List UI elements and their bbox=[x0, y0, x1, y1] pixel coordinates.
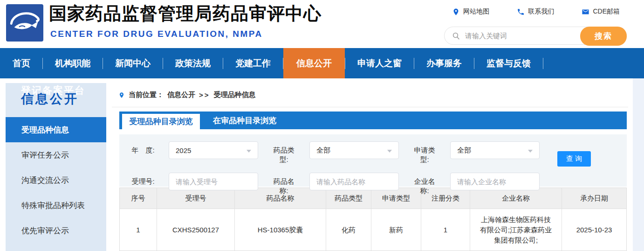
sidebar-menu: 受理品种信息 审评任务公示 沟通交流公示 特殊审批品种列表 优先审评公示 bbox=[6, 117, 106, 243]
filter-input-box bbox=[450, 173, 540, 190]
filter-label: 药品类型: bbox=[270, 141, 297, 164]
cell-company-name: 上海翰森生物医药科技有限公司;江苏豪森药业集团有限公司; bbox=[470, 209, 562, 251]
site-title: 国家药品监督管理局药品审评中心 bbox=[49, 2, 322, 26]
sidebar-header: 登记备案平台 信息公开 bbox=[6, 83, 106, 117]
filter-select[interactable]: 2025 bbox=[169, 141, 258, 159]
site-subtitle: CENTER FOR DRUG EVALUATION, NMPA bbox=[50, 29, 263, 39]
results-table: 序号 受理号 药品名称 药品类型 申请类型 注册分类 企业名称 承办日期 1 C… bbox=[119, 188, 627, 251]
nav-item[interactable]: 政策法规 bbox=[163, 48, 223, 78]
location-pin-icon bbox=[118, 91, 125, 99]
contact-us-link[interactable]: 联系我们 bbox=[517, 7, 554, 16]
cell-acceptance-no: CXHS2500127 bbox=[157, 209, 235, 251]
breadcrumb-section[interactable]: 信息公开 bbox=[167, 91, 195, 99]
table-body: 1 CXHS2500127 HS-10365胶囊 化药 新药 1 上海翰森生物医… bbox=[120, 209, 626, 251]
filter-group: 年 度: 2025 bbox=[130, 141, 258, 164]
tab[interactable]: 受理品种目录浏览 bbox=[122, 114, 200, 129]
filter-group: 申请类型: 全部 bbox=[411, 141, 540, 164]
nav-item-group: 新闻中心 bbox=[103, 48, 163, 78]
cell-seq-no: 1 bbox=[120, 209, 157, 251]
cell-drug-name: HS-10365胶囊 bbox=[235, 209, 326, 251]
sidebar-item[interactable]: 优先审评公示 bbox=[6, 218, 106, 243]
fish-logo-icon bbox=[6, 4, 43, 42]
sidebar-item[interactable]: 受理品种信息 bbox=[6, 117, 106, 142]
nav-item[interactable]: 申请人之窗 bbox=[345, 48, 414, 78]
breadcrumb-prefix: 当前位置： bbox=[129, 91, 164, 99]
nav-item-group: 机构职能 bbox=[43, 48, 103, 78]
search-input[interactable] bbox=[465, 28, 577, 44]
nav-item[interactable]: 监督与反馈 bbox=[474, 48, 543, 78]
breadcrumb-separator: >> bbox=[199, 91, 210, 99]
nav-separator bbox=[543, 58, 543, 69]
cde-mail-label: CDE邮箱 bbox=[593, 7, 620, 16]
header-quick-links: 网站地图 联系我们 CDE邮箱 bbox=[452, 7, 620, 16]
chevron-down-icon bbox=[528, 150, 533, 153]
nav-item-group: 办事服务 bbox=[414, 48, 474, 78]
location-pin-icon bbox=[452, 8, 460, 16]
search-button[interactable]: 搜索 bbox=[580, 27, 627, 46]
nav-item[interactable]: 党建工作 bbox=[223, 48, 283, 78]
page-gutter bbox=[633, 78, 644, 251]
filter-row-selects: 年 度: 2025 药品类型: 全部 申请类型: bbox=[119, 134, 627, 164]
select-value: 全部 bbox=[310, 146, 330, 155]
filter-row-inputs: 受理号: 药品名称: 企业名称: bbox=[119, 173, 627, 195]
chevron-down-icon bbox=[247, 150, 251, 153]
nav-item-group: 党建工作 bbox=[223, 48, 283, 78]
sidebar-title: 信息公开 bbox=[21, 91, 79, 107]
main-nav: 首页 机构职能 新闻中心 政策法规 党建工作 信息公开 申请人之窗 bbox=[0, 48, 644, 78]
search-icon bbox=[452, 32, 460, 40]
cell-application-type: 新药 bbox=[371, 209, 421, 251]
nav-item-group: 申请人之窗 bbox=[345, 48, 414, 78]
filter-label: 受理号: bbox=[130, 173, 157, 195]
nav-item-group: 政策法规 bbox=[163, 48, 223, 78]
cell-acceptance-date: 2025-10-23 bbox=[562, 209, 626, 251]
catalog-tabs: 受理品种目录浏览 在审品种目录浏览 bbox=[119, 112, 627, 129]
filter-group: 药品类型: 全部 bbox=[270, 141, 399, 164]
breadcrumb-current: 受理品种信息 bbox=[214, 91, 256, 99]
nav-item-group: 信息公开 bbox=[283, 48, 345, 78]
nav-item[interactable]: 首页 bbox=[0, 48, 42, 78]
cde-logo bbox=[6, 4, 43, 42]
filter-select[interactable]: 全部 bbox=[450, 141, 540, 159]
filter-panel: 年 度: 2025 药品类型: 全部 申请类型: bbox=[119, 134, 627, 187]
filter-input[interactable] bbox=[451, 173, 539, 190]
filter-input-box bbox=[309, 173, 399, 190]
breadcrumb: 当前位置： 信息公开 >> 受理品种信息 bbox=[112, 83, 628, 107]
nav-item[interactable]: 机构职能 bbox=[43, 48, 103, 78]
sitemap-label: 网站地图 bbox=[463, 7, 489, 16]
cell-drug-type: 化药 bbox=[326, 209, 371, 251]
phone-icon bbox=[517, 8, 525, 16]
table-row[interactable]: 1 CXHS2500127 HS-10365胶囊 化药 新药 1 上海翰森生物医… bbox=[120, 209, 626, 251]
filter-label: 年 度: bbox=[130, 141, 157, 164]
filter-input-box bbox=[169, 173, 258, 190]
site-header: 国家药品监督管理局药品审评中心 CENTER FOR DRUG EVALUATI… bbox=[0, 0, 644, 48]
nav-item[interactable]: 新闻中心 bbox=[103, 48, 163, 78]
filter-select[interactable]: 全部 bbox=[309, 141, 399, 159]
filter-group: 药品名称: bbox=[270, 173, 399, 195]
filter-input[interactable] bbox=[169, 173, 258, 190]
site-search: 搜索 bbox=[444, 27, 627, 45]
filter-label: 药品名称: bbox=[270, 173, 297, 195]
cde-mail-link[interactable]: CDE邮箱 bbox=[582, 7, 620, 16]
chevron-down-icon bbox=[387, 150, 392, 153]
sidebar: 登记备案平台 信息公开 受理品种信息 审评任务公示 沟通交流公示 特殊审批品种列… bbox=[6, 83, 106, 251]
main-content: 当前位置： 信息公开 >> 受理品种信息 受理品种目录浏览 在审品种目录浏览 年… bbox=[112, 83, 628, 251]
filter-group: 受理号: bbox=[130, 173, 258, 195]
filter-label: 申请类型: bbox=[411, 141, 438, 164]
select-value: 2025 bbox=[169, 146, 191, 154]
nav-item-group: 首页 bbox=[0, 48, 43, 78]
query-button[interactable]: 查 询 bbox=[557, 151, 591, 167]
sitemap-link[interactable]: 网站地图 bbox=[452, 7, 489, 16]
nav-item[interactable]: 信息公开 bbox=[283, 48, 345, 78]
nav-item[interactable]: 办事服务 bbox=[414, 48, 474, 78]
sidebar-item[interactable]: 沟通交流公示 bbox=[6, 167, 106, 193]
nav-item-group: 监督与反馈 bbox=[474, 48, 543, 78]
sidebar-item[interactable]: 特殊审批品种列表 bbox=[6, 193, 106, 218]
contact-us-label: 联系我们 bbox=[528, 7, 554, 16]
filter-group: 企业名称: bbox=[411, 173, 540, 195]
tab[interactable]: 在审品种目录浏览 bbox=[200, 112, 289, 129]
select-value: 全部 bbox=[451, 146, 471, 155]
sidebar-item[interactable]: 审评任务公示 bbox=[6, 142, 106, 167]
filter-input[interactable] bbox=[310, 173, 398, 190]
mail-icon bbox=[582, 8, 589, 16]
cell-registration-class: 1 bbox=[421, 209, 470, 251]
